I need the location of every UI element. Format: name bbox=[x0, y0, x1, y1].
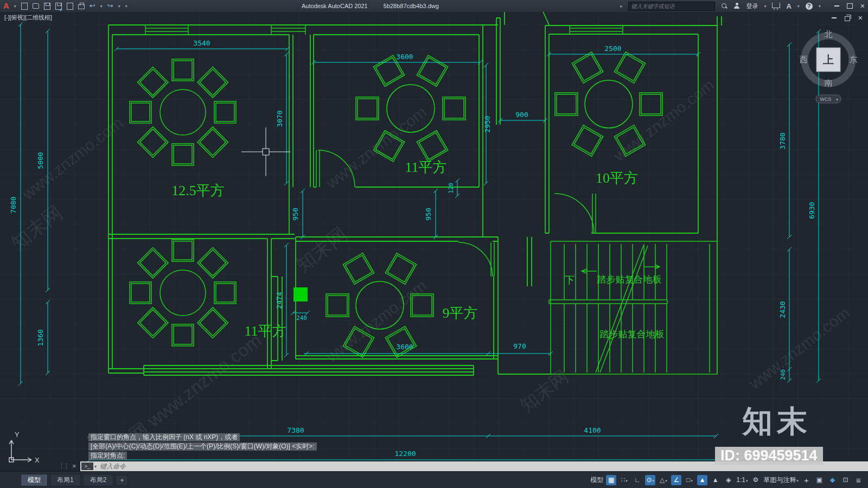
login-caret-icon[interactable]: ▾ bbox=[764, 4, 766, 9]
dim-7080: 7080 bbox=[9, 196, 17, 213]
dim-970: 970 bbox=[513, 342, 526, 350]
wcs-caret-icon: ▾ bbox=[836, 98, 838, 101]
help-caret-icon[interactable]: ▾ bbox=[819, 4, 821, 9]
dim-6930: 6930 bbox=[808, 202, 816, 219]
dim-3540: 3540 bbox=[193, 39, 210, 47]
search-icon[interactable] bbox=[721, 3, 727, 9]
tab-layout1[interactable]: 布局1 bbox=[50, 474, 81, 486]
dim-950-a: 950 bbox=[291, 208, 299, 220]
plot-icon[interactable] bbox=[67, 3, 73, 10]
open-file-icon[interactable] bbox=[33, 3, 39, 9]
room-label-9: 9平方 bbox=[443, 305, 478, 321]
isolate-objects-toggle[interactable] bbox=[814, 475, 825, 485]
dim-4100: 4100 bbox=[584, 426, 601, 434]
stair-note-upper: 踏步贴复合地板 bbox=[597, 274, 662, 285]
command-bar-drag-handle[interactable]: ⋮⋮ bbox=[59, 463, 68, 470]
room-label-10: 10平方 bbox=[596, 170, 638, 186]
annotation-autoscale-toggle[interactable] bbox=[710, 475, 720, 485]
dim-2474: 2474 bbox=[275, 292, 283, 309]
viewcube-north[interactable]: 北 bbox=[825, 29, 833, 38]
hardware-acceleration-toggle[interactable] bbox=[827, 475, 838, 485]
object-snap-toggle[interactable]: ▾ bbox=[684, 475, 694, 485]
command-history: 指定窗口的角点，输入比例因子 (nX 或 nXP)，或者 [全部(A)/中心(C… bbox=[88, 433, 317, 461]
dim-2950: 2950 bbox=[483, 115, 492, 132]
command-history-line: 指定对角点: bbox=[88, 452, 127, 460]
title-bar: A ▾ ▾ ▾ ▾ Autodesk AutoCAD 2021 5b28b87c… bbox=[0, 0, 868, 12]
login-link[interactable]: 登录 bbox=[746, 2, 758, 10]
drawing-close-button[interactable]: × bbox=[858, 14, 863, 22]
annotation-scale-icon[interactable] bbox=[723, 475, 733, 485]
room-label-11-bottom: 11平方 bbox=[244, 323, 286, 339]
command-recent-caret-icon[interactable]: ▾ bbox=[94, 464, 97, 469]
customization-menu-icon[interactable] bbox=[853, 475, 864, 485]
viewcube-top-label[interactable]: 上 bbox=[822, 54, 834, 66]
command-bar-close-icon[interactable]: × bbox=[72, 462, 76, 470]
drawing-minimize-button[interactable] bbox=[832, 17, 837, 18]
grid-toggle[interactable] bbox=[606, 475, 616, 485]
annotation-scale-value[interactable]: 1:1▾ bbox=[736, 475, 748, 485]
autodesk-app-icon[interactable]: A bbox=[786, 2, 791, 10]
minimize-button[interactable] bbox=[834, 5, 839, 7]
tab-add-layout[interactable]: + bbox=[116, 475, 128, 486]
isodraft-toggle[interactable]: ▾ bbox=[658, 475, 668, 485]
dim-120: 120 bbox=[448, 183, 455, 194]
viewcube-east[interactable]: 东 bbox=[850, 55, 858, 64]
model-space-label[interactable]: 模型 bbox=[590, 475, 603, 485]
viewcube-south[interactable]: 南 bbox=[825, 78, 833, 87]
workspace-gear-icon[interactable] bbox=[750, 475, 761, 485]
viewcube-west[interactable]: 西 bbox=[800, 55, 808, 64]
znzmo-logo: 知末 bbox=[742, 401, 812, 442]
annotation-visibility-toggle[interactable] bbox=[697, 475, 707, 485]
dim-3070: 3070 bbox=[276, 110, 284, 127]
tab-model[interactable]: 模型 bbox=[21, 474, 48, 486]
search-input[interactable] bbox=[628, 2, 715, 11]
drawing-restore-button[interactable] bbox=[845, 16, 850, 21]
object-snap-tracking-toggle[interactable] bbox=[671, 475, 681, 485]
drawing-canvas[interactable]: www.znzmo.com 知末网 www.znzmo.com 知末网 www.… bbox=[0, 0, 868, 488]
dim-3600-top: 3600 bbox=[396, 53, 413, 61]
status-toggles: 模型 ▾ ▾ ▾ ▾ 1:1▾ 草图与注释▾ bbox=[590, 475, 864, 485]
user-icon[interactable] bbox=[733, 3, 740, 9]
autocad-window: www.znzmo.com 知末网 www.znzmo.com 知末网 www.… bbox=[0, 0, 868, 488]
new-file-icon[interactable] bbox=[21, 3, 28, 10]
file-name: 5b28b87cdb4b3.dwg bbox=[384, 3, 439, 9]
room-label-11-top: 11平方 bbox=[405, 159, 446, 175]
undo-button[interactable] bbox=[90, 0, 95, 12]
svg-text:Y: Y bbox=[15, 431, 20, 439]
maximize-button[interactable] bbox=[847, 3, 853, 9]
status-bar: 模型 布局1 布局2 + 模型 ▾ ▾ ▾ ▾ 1:1▾ 草图与注释▾ bbox=[0, 471, 868, 488]
menu-caret-icon[interactable]: ▾ bbox=[14, 4, 16, 9]
autodesk-caret-icon[interactable]: ▾ bbox=[797, 4, 800, 9]
redo-button[interactable] bbox=[107, 0, 113, 12]
command-history-line: 指定窗口的角点，输入比例因子 (nX 或 nXP)，或者 bbox=[88, 433, 240, 441]
redo-caret-icon[interactable]: ▾ bbox=[118, 4, 120, 9]
close-button[interactable]: × bbox=[860, 2, 865, 10]
save-icon[interactable] bbox=[44, 3, 50, 10]
dim-2430: 2430 bbox=[778, 301, 787, 318]
column-marker bbox=[293, 287, 308, 301]
autocad-menu-icon[interactable]: A bbox=[3, 0, 9, 12]
command-prompt-icon[interactable]: >_ bbox=[81, 463, 93, 470]
dim-950-b: 950 bbox=[424, 208, 432, 220]
workspace-switcher[interactable]: 草图与注释▾ bbox=[763, 475, 799, 485]
app-store-icon[interactable] bbox=[772, 3, 780, 8]
help-icon[interactable]: ? bbox=[806, 3, 813, 10]
polar-tracking-toggle[interactable]: ▾ bbox=[645, 475, 655, 485]
stair-down-label: 下 bbox=[565, 274, 575, 286]
search-history-caret-icon[interactable]: ▸ bbox=[620, 4, 622, 9]
dim-3600-bottom: 3600 bbox=[396, 343, 413, 351]
clean-screen-toggle[interactable] bbox=[840, 475, 851, 485]
undo-caret-icon[interactable]: ▾ bbox=[100, 4, 103, 9]
znzmo-id-badge: ID: 699459514 bbox=[715, 447, 823, 465]
wcs-label[interactable]: WCS bbox=[820, 97, 832, 102]
ortho-toggle[interactable] bbox=[632, 475, 642, 485]
customization-plus-icon[interactable] bbox=[801, 475, 812, 485]
save-as-icon[interactable] bbox=[55, 3, 62, 10]
snap-toggle[interactable]: ▾ bbox=[619, 475, 629, 485]
tab-layout2[interactable]: 布局2 bbox=[83, 474, 114, 486]
print-icon[interactable] bbox=[78, 4, 85, 9]
viewport-controls[interactable]: [-][俯视][二维线框] bbox=[4, 14, 52, 22]
dim-240-wall: 240 bbox=[296, 314, 307, 322]
toolbar-customize-icon[interactable]: ▾ bbox=[125, 4, 127, 9]
layout-tabs: 模型 布局1 布局2 + bbox=[21, 474, 128, 486]
